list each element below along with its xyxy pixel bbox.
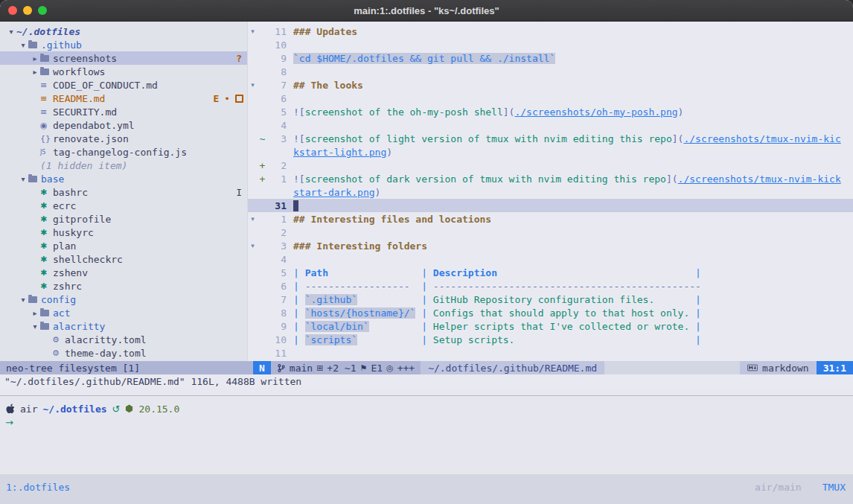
- chevron-right-icon[interactable]: ▸: [30, 309, 40, 317]
- editor-line[interactable]: 9| `local/bin` | Helper scripts that I'v…: [248, 319, 853, 333]
- editor-line[interactable]: +1![screenshot of dark version of tmux w…: [248, 172, 853, 185]
- chevron-right-icon[interactable]: ▸: [30, 68, 40, 76]
- statusline-row: neo-tree filesystem [1] N main ⊞ +2 ~1 ⚑…: [0, 361, 853, 374]
- chevron-down-icon[interactable]: ▾: [18, 175, 28, 183]
- tree-item-dependabot-yml[interactable]: ◉dependabot.yml: [0, 118, 247, 132]
- diagnostics-count: E1: [371, 363, 383, 374]
- tree-item-workflows[interactable]: ▸workflows: [0, 65, 247, 78]
- editor-line[interactable]: 6: [248, 92, 853, 105]
- tree-item-label: zshrc: [53, 281, 82, 292]
- editor-line[interactable]: 6| ------------------ | ----------------…: [248, 279, 853, 293]
- editor-cursor-line[interactable]: 31: [248, 199, 853, 212]
- tmux-window-item[interactable]: 1:.dotfiles: [6, 482, 70, 493]
- tree-item-label: ecrc: [53, 200, 76, 211]
- line-number: 6: [267, 93, 287, 104]
- tree-item-1-hidden-item[interactable]: (1 hidden item): [0, 159, 247, 172]
- folder-icon: [40, 323, 49, 330]
- neotree-sidebar[interactable]: ▾~/.dotfiles▾.github▸screenshots?▸workfl…: [0, 22, 248, 361]
- editor-line[interactable]: start-dark.png): [248, 185, 853, 199]
- tree-item-alacritty[interactable]: ▾alacritty: [0, 319, 247, 333]
- tree-item-tag-changelog-config-js[interactable]: JStag-changelog-config.js: [0, 145, 247, 159]
- indent-spacer: [30, 242, 40, 250]
- editor-line[interactable]: 10: [248, 38, 853, 51]
- editor-line[interactable]: ▾11### Updates: [248, 25, 853, 38]
- line-text: | Path | Description |: [293, 267, 853, 278]
- editor-line[interactable]: ▾1## Interesting files and locations: [248, 212, 853, 226]
- shell-pane[interactable]: air ~/.dotfiles ↺ 20.15.0 →: [0, 396, 853, 474]
- editor-line[interactable]: ▾7## The looks: [248, 78, 853, 92]
- tree-item-ecrc[interactable]: ✱ecrc: [0, 199, 247, 212]
- folder-icon: [40, 55, 49, 62]
- editor-line[interactable]: 7| `.github` | GitHub Repository configu…: [248, 293, 853, 306]
- tree-item-code-of-conduct-md[interactable]: ≡CODE_OF_CONDUCT.md: [0, 78, 247, 92]
- status-extra-icon: ◎: [386, 363, 394, 373]
- editor-line[interactable]: 4: [248, 118, 853, 132]
- tree-item-shellcheckrc[interactable]: ✱shellcheckrc: [0, 252, 247, 266]
- tree-item-act[interactable]: ▸act: [0, 306, 247, 319]
- editor-line[interactable]: 4: [248, 252, 853, 266]
- fold-open-icon[interactable]: ▾: [248, 81, 258, 89]
- chevron-down-icon[interactable]: ▾: [18, 296, 28, 304]
- fold-open-icon[interactable]: ▾: [248, 215, 258, 223]
- tree-item-theme-day-toml[interactable]: ⚙theme-day.toml: [0, 346, 247, 360]
- tree-item-label: alacritty: [53, 321, 105, 332]
- shell-icon: ✱: [40, 201, 53, 211]
- fold-open-icon[interactable]: ▾: [248, 242, 258, 249]
- editor-line[interactable]: 11: [248, 346, 853, 360]
- minimize-button[interactable]: [23, 6, 32, 15]
- line-number: 11: [267, 348, 287, 359]
- close-button[interactable]: [8, 6, 17, 15]
- line-number: 5: [267, 267, 287, 278]
- tree-item-github[interactable]: ▾.github: [0, 38, 247, 51]
- editor-line[interactable]: kstart-light.png): [248, 145, 853, 159]
- tree-item-screenshots[interactable]: ▸screenshots?: [0, 51, 247, 65]
- prompt-arrow: →: [5, 417, 853, 430]
- tree-item-dotfiles[interactable]: ▾~/.dotfiles: [0, 25, 247, 38]
- tree-item-label: (1 hidden item): [40, 160, 127, 171]
- tree-item-bashrc[interactable]: ✱bashrcI: [0, 185, 247, 199]
- editor-line[interactable]: ~3![screenshot of light version of tmux …: [248, 132, 853, 145]
- line-text: | `scripts` | Setup scripts. |: [293, 334, 853, 345]
- tree-item-readme-md[interactable]: ≡README.mdE•: [0, 92, 247, 105]
- editor-line[interactable]: 5![screenshot of the oh-my-posh shell](.…: [248, 105, 853, 118]
- chevron-right-icon[interactable]: ▸: [30, 54, 40, 63]
- fold-open-icon[interactable]: ▾: [248, 28, 258, 35]
- editor-line[interactable]: ▾3### Interesting folders: [248, 239, 853, 252]
- editor-line[interactable]: 9`cd $HOME/.dotfiles && git pull && ./in…: [248, 51, 853, 65]
- editor-line[interactable]: 10| `scripts` | Setup scripts. |: [248, 333, 853, 346]
- git-status-segment: main ⊞ +2 ~1 ⚑ E1 ◎ +++: [271, 361, 421, 374]
- tree-item-zshrc[interactable]: ✱zshrc: [0, 279, 247, 293]
- editor-line[interactable]: 2: [248, 226, 853, 239]
- editor-pane[interactable]: ▾11### Updates109`cd $HOME/.dotfiles && …: [248, 22, 853, 361]
- line-number: 10: [267, 334, 287, 345]
- chevron-down-icon[interactable]: ▾: [6, 28, 16, 36]
- tree-item-config[interactable]: ▾config: [0, 293, 247, 306]
- indent-spacer: [30, 229, 40, 237]
- tree-item-label: gitprofile: [53, 214, 111, 225]
- git-diff: +2 ~1: [327, 363, 356, 374]
- tree-item-base[interactable]: ▾base: [0, 172, 247, 185]
- editor-line[interactable]: 5| Path | Description |: [248, 266, 853, 279]
- tree-item-plan[interactable]: ✱plan: [0, 239, 247, 252]
- fullscreen-button[interactable]: [38, 6, 47, 15]
- editor-line[interactable]: 8| `hosts/{hostname}/` | Configs that sh…: [248, 306, 853, 319]
- markdown-icon: ≡: [40, 94, 53, 103]
- chevron-down-icon[interactable]: ▾: [30, 322, 40, 331]
- tree-item-zshenv[interactable]: ✱zshenv: [0, 266, 247, 279]
- tree-item-label: act: [53, 307, 70, 319]
- folder-icon: [40, 68, 49, 75]
- editor-line[interactable]: 8: [248, 65, 853, 78]
- line-text: ## Interesting files and locations: [293, 214, 853, 225]
- line-text: start-dark.png): [293, 187, 853, 198]
- git-branch: main: [290, 363, 313, 374]
- tree-item-huskyrc[interactable]: ✱huskyrc: [0, 226, 247, 239]
- tree-item-renovate-json[interactable]: {}renovate.json: [0, 132, 247, 145]
- line-text: `cd $HOME/.dotfiles && git pull && ./ins…: [293, 53, 853, 64]
- line-number: 1: [267, 173, 287, 185]
- tree-item-alacritty-toml[interactable]: ⚙alacritty.toml: [0, 333, 247, 346]
- tree-item-security-md[interactable]: ≡SECURITY.md: [0, 105, 247, 118]
- chevron-down-icon[interactable]: ▾: [18, 41, 28, 49]
- line-text: ![screenshot of dark version of tmux wit…: [293, 173, 853, 185]
- tree-item-gitprofile[interactable]: ✱gitprofile: [0, 212, 247, 226]
- editor-line[interactable]: +2: [248, 159, 853, 172]
